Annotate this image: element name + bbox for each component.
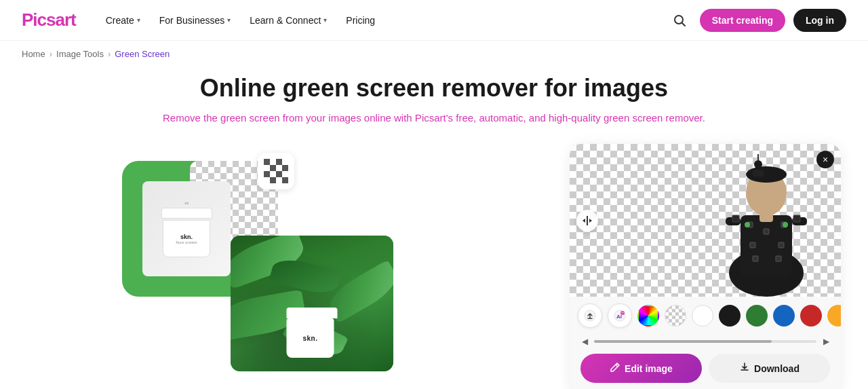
action-buttons: Edit image Download (570, 348, 841, 383)
color-swatch-transparent[interactable] (665, 305, 686, 327)
svg-rect-4 (276, 159, 282, 165)
skn-product-green: ⇔ skn. face cream (142, 181, 231, 276)
subtitle-text-start: Remove the green screen from your images… (163, 112, 549, 124)
search-button[interactable] (667, 8, 692, 33)
svg-rect-8 (276, 165, 282, 171)
scroll-thumb[interactable] (594, 340, 772, 343)
breadcrumb-current: Green Screen (115, 49, 170, 59)
svg-rect-10 (264, 171, 270, 177)
main-content: Online green screen remover for images R… (0, 67, 868, 389)
svg-rect-12 (276, 171, 282, 177)
hero-subtitle: Remove the green screen from your images… (27, 112, 841, 124)
ai-tool-button[interactable]: AI (608, 303, 632, 328)
plant-card: skn. (231, 236, 393, 371)
logo[interactable]: Picsart (22, 10, 76, 31)
checker-icon-badge (258, 153, 294, 189)
svg-rect-30 (753, 170, 764, 177)
color-swatch-white[interactable] (692, 305, 713, 327)
edit-image-button[interactable]: Edit image (580, 354, 702, 383)
color-swatch-red[interactable] (800, 305, 822, 327)
header-right: Start creating Log in (667, 8, 846, 33)
scroll-right-button[interactable]: ▶ (819, 335, 833, 348)
content-area: ⇔ skn. face cream (27, 144, 841, 389)
person-illustration (712, 144, 821, 297)
color-swatch-black[interactable] (719, 305, 741, 327)
svg-line-1 (682, 23, 685, 26)
jar-lid (287, 308, 338, 318)
svg-rect-29 (776, 256, 781, 261)
svg-rect-14 (264, 177, 270, 183)
download-button[interactable]: Download (709, 354, 830, 383)
breadcrumb-home[interactable]: Home (22, 49, 45, 59)
svg-rect-26 (750, 242, 755, 248)
compare-button[interactable] (576, 210, 598, 231)
svg-rect-25 (764, 229, 769, 234)
edit-icon (610, 362, 620, 375)
svg-rect-5 (282, 159, 288, 165)
upload-tool-button[interactable] (578, 303, 602, 328)
start-creating-button[interactable]: Start creating (700, 9, 785, 32)
svg-rect-6 (264, 165, 270, 171)
page-title: Online green screen remover for images (27, 74, 841, 103)
breadcrumb-separator-2: › (108, 49, 111, 59)
svg-point-37 (745, 222, 750, 227)
breadcrumb-image-tools[interactable]: Image Tools (56, 49, 104, 59)
chevron-down-icon: ▾ (323, 16, 327, 24)
svg-rect-15 (270, 177, 276, 183)
color-swatch-blue[interactable] (773, 305, 795, 327)
login-button[interactable]: Log in (793, 9, 846, 32)
header: Picsart Create ▾ For Businesses ▾ Learn … (0, 0, 868, 41)
svg-rect-11 (270, 171, 276, 177)
svg-rect-39 (587, 216, 588, 225)
svg-rect-2 (264, 159, 270, 165)
svg-point-38 (783, 222, 788, 227)
subtitle-text-end: . (703, 112, 705, 124)
svg-rect-9 (282, 165, 288, 171)
demo-left: ⇔ skn. face cream (27, 144, 542, 361)
download-icon (739, 362, 750, 375)
preview-area: × (570, 144, 841, 297)
breadcrumb-separator: › (50, 49, 52, 59)
subtitle-highlight: high-quality green screen remover (549, 112, 703, 124)
color-toolbar: AI (570, 297, 841, 335)
svg-text:AI: AI (616, 314, 622, 320)
svg-point-0 (675, 16, 683, 24)
scroll-left-button[interactable]: ◀ (578, 335, 591, 348)
svg-point-31 (754, 160, 762, 168)
color-swatch-rainbow[interactable] (637, 305, 659, 327)
chevron-down-icon: ▾ (227, 16, 231, 24)
svg-rect-16 (276, 177, 282, 183)
svg-rect-27 (778, 242, 784, 248)
scroll-controls: ◀ ▶ (570, 335, 841, 348)
svg-rect-36 (793, 215, 800, 222)
nav: Create ▾ For Businesses ▾ Learn & Connec… (98, 11, 667, 30)
color-swatch-green[interactable] (746, 305, 768, 327)
svg-rect-17 (282, 177, 288, 183)
chevron-down-icon: ▾ (137, 16, 140, 24)
svg-rect-13 (282, 171, 288, 177)
plant-card-inner: skn. (231, 236, 393, 371)
svg-rect-35 (732, 215, 739, 222)
skn-jar-on-plant: skn. (287, 308, 338, 358)
color-swatch-yellow[interactable] (827, 305, 841, 327)
close-button[interactable]: × (816, 151, 834, 168)
jar-body: skn. (287, 318, 334, 358)
svg-rect-7 (270, 165, 276, 171)
nav-item-learn-connect[interactable]: Learn & Connect ▾ (241, 11, 335, 30)
nav-item-for-businesses[interactable]: For Businesses ▾ (151, 11, 239, 30)
nav-item-pricing[interactable]: Pricing (338, 11, 383, 30)
nav-item-create[interactable]: Create ▾ (98, 11, 149, 30)
svg-point-22 (746, 166, 787, 183)
demo-right-panel: × (570, 144, 841, 389)
breadcrumb: Home › Image Tools › Green Screen (0, 41, 868, 67)
svg-rect-28 (753, 256, 758, 261)
demo-left-inner: ⇔ skn. face cream (122, 147, 448, 358)
svg-rect-3 (270, 159, 276, 165)
